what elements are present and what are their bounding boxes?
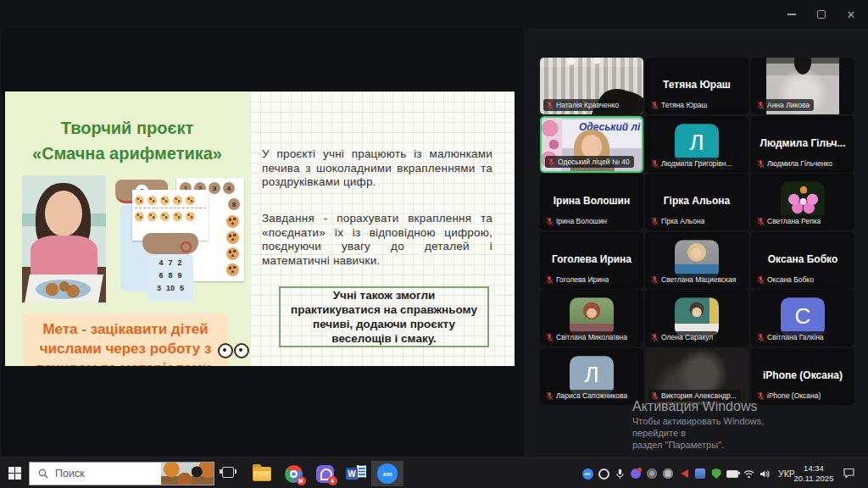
file-explorer-icon	[253, 467, 271, 481]
chrome-icon: M	[285, 465, 303, 483]
participant-tile[interactable]: Гірка Альона Гірка Альона	[645, 174, 748, 230]
tray-zoom-icon[interactable]: zm	[581, 468, 593, 480]
participant-name-pill: Наталія Кравченко	[543, 99, 623, 111]
cookie-icon	[147, 196, 157, 205]
participant-display-name: iPhone (Оксана)	[751, 369, 854, 381]
tray-security-shield-icon[interactable]	[710, 468, 722, 480]
participant-name-pill: Ірина Волошин	[543, 215, 611, 227]
participant-display-name: Ірина Волошин	[540, 195, 643, 207]
start-button[interactable]	[8, 467, 21, 480]
participant-display-name: Тетяна Юраш	[645, 79, 748, 91]
tray-display-icon[interactable]	[694, 468, 706, 480]
gmail-badge: M	[297, 476, 306, 485]
participant-tile[interactable]: Тетяна Юраш Тетяна Юраш	[645, 58, 748, 114]
slide-paragraph-1: У проєкті учні працюють із малюнками печ…	[262, 147, 492, 190]
participant-name-pill: Светлана Репка	[754, 215, 825, 227]
activation-watermark: Активация Windows Чтобы активировать Win…	[632, 398, 802, 451]
activation-line1: Чтобы активировать Windows, перейдите в	[632, 415, 802, 439]
participant-tile[interactable]: Светлана Репка	[751, 174, 854, 230]
windows-taskbar: Поиск M 4 W zm	[0, 458, 868, 488]
tray-media-icon[interactable]	[678, 468, 690, 480]
zoom-icon: zm	[377, 463, 398, 484]
cookie-icon	[160, 212, 170, 221]
number-circle-8: 8	[228, 198, 240, 210]
search-placeholder: Поиск	[55, 468, 85, 480]
taskbar-search[interactable]: Поиск	[29, 462, 214, 485]
close-button[interactable]: ✕	[843, 7, 859, 22]
cookie-icon	[160, 196, 170, 205]
number-circle: 3	[209, 182, 220, 194]
tray-viber-icon[interactable]	[630, 468, 642, 480]
tray-camera-icon[interactable]	[646, 468, 658, 480]
presentation-slide: Творчий проєкт «Смачна арифметика» 2 1	[5, 92, 515, 366]
avatar-letter: Л	[570, 356, 614, 395]
taskbar-zoom-active[interactable]: zm	[371, 461, 403, 486]
tray-volume-icon[interactable]	[759, 468, 771, 480]
participant-name-pill: Гірка Альона	[648, 215, 709, 227]
participant-name-pill: Тетяна Юраш	[648, 99, 711, 111]
girl-shirt	[31, 236, 97, 276]
search-daily-image	[161, 463, 214, 485]
participant-tile[interactable]: Л Лариса Сапожникова	[540, 348, 643, 405]
jar-front-lid	[142, 233, 198, 254]
viber-icon: 4	[316, 465, 334, 483]
mic-muted-icon	[651, 275, 659, 285]
mic-muted-icon	[546, 333, 554, 342]
cookie-icon	[147, 212, 157, 221]
mic-muted-icon	[548, 158, 555, 167]
participant-name-pill: Одеський ліцей № 40	[545, 156, 634, 168]
jar-number: 5	[180, 282, 184, 295]
participant-tile[interactable]: Ірина Волошин Ірина Волошин	[540, 174, 643, 230]
participant-tile[interactable]: Людмила Гільч... Людмила Гільченко	[751, 116, 854, 173]
participant-name-pill: Світлана Миколаївна	[543, 331, 632, 343]
participant-tile[interactable]: Світлана Миколаївна	[540, 290, 643, 347]
cookie-icon	[226, 247, 239, 260]
mic-muted-icon	[757, 275, 765, 285]
tray-ring-icon[interactable]	[598, 468, 609, 480]
participant-tile[interactable]: С Світлана Галкіна	[751, 290, 854, 347]
participant-tile[interactable]: Виктория Александр...	[645, 348, 748, 405]
participant-tile[interactable]: Олена Саракул	[645, 290, 748, 347]
girl-with-cookies-photo	[22, 175, 106, 302]
tray-wifi-icon[interactable]	[743, 468, 754, 480]
taskbar-word[interactable]: W	[340, 461, 372, 486]
participant-tile[interactable]: Гоголева Ирина Гоголева Ирина	[540, 232, 643, 289]
date: 20.11.2025	[792, 474, 836, 484]
taskbar-chrome[interactable]: M	[277, 461, 309, 486]
jar-number: 3	[157, 282, 161, 295]
tray-battery-icon[interactable]	[726, 468, 738, 480]
participant-name-pill: Лариса Сапожникова	[543, 390, 632, 402]
cookie-column	[226, 215, 239, 276]
participant-name-pill: iPhone (Оксана)	[754, 390, 825, 402]
system-tray: zm УКР	[581, 458, 795, 488]
cookie-mascot-icon	[214, 336, 252, 366]
participant-tile[interactable]: Л Людмила Григорівн...	[645, 116, 748, 173]
participant-tile[interactable]: Анна Ликова	[751, 58, 854, 114]
notification-center-icon[interactable]	[843, 467, 855, 482]
avatar-photo	[570, 297, 614, 336]
mic-muted-icon	[757, 391, 765, 401]
mic-muted-icon	[546, 101, 554, 110]
participant-name-pill: Олена Саракул	[648, 331, 717, 343]
participant-tile[interactable]: Наталія Кравченко	[540, 58, 643, 114]
tray-app-icon[interactable]	[662, 468, 674, 480]
tray-microphone-icon[interactable]	[614, 468, 626, 480]
search-icon	[38, 469, 48, 479]
task-view-button[interactable]	[222, 467, 234, 478]
word-icon: W	[346, 464, 366, 483]
cookie-icon	[186, 212, 195, 221]
taskbar-viber[interactable]: 4	[309, 461, 341, 486]
participant-tile[interactable]: Светлана Мациевская	[645, 232, 748, 289]
avatar-letter: С	[781, 297, 825, 336]
restore-button[interactable]	[814, 7, 829, 22]
participant-tile-active-speaker[interactable]: Одеський лі Одеський ліцей № 40	[540, 116, 643, 173]
viber-badge: 4	[328, 476, 337, 485]
minimize-button[interactable]	[784, 7, 799, 22]
participant-tile[interactable]: Оксана Бобко Оксана Бобко	[751, 232, 854, 289]
taskbar-clock[interactable]: 14:34 20.11.2025	[792, 463, 836, 484]
jar-number: 2	[178, 257, 182, 269]
taskbar-file-explorer[interactable]	[246, 461, 278, 486]
jar-number: 4	[159, 257, 163, 269]
mic-muted-icon	[546, 391, 554, 401]
participant-tile[interactable]: iPhone (Оксана) iPhone (Оксана)	[751, 348, 854, 405]
